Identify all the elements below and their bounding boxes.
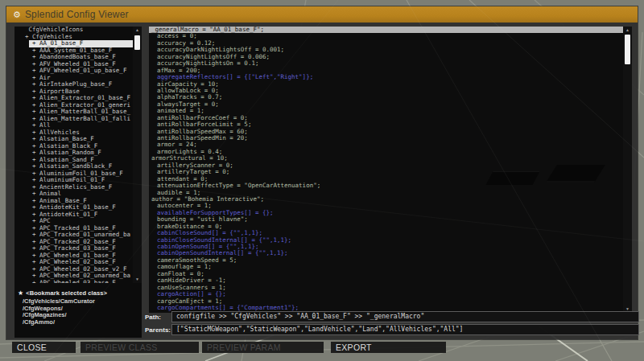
config-property-list: _generalMacro = "AA_01_base_F";access = … — [149, 27, 623, 313]
path-field[interactable]: configfile >> "CfgVehicles" >> "AA_01_ba… — [171, 311, 639, 322]
tree-item[interactable]: + Alsatian_Sandblack_F — [14, 163, 133, 170]
tree-item[interactable]: + APC_Tracked_02_base_F — [14, 239, 133, 246]
tree-item[interactable]: + APC_Wheeled_02_unarmed_ba — [14, 273, 133, 280]
config-line[interactable]: alwaysTarget = 0; — [149, 101, 623, 108]
class-browser-panel: CfgVehicleIcons+ CfgVehicles+ AA_01_base… — [14, 27, 142, 338]
tree-item[interactable]: + All — [14, 122, 133, 129]
star-icon: ★ — [18, 290, 23, 297]
code-scrollbar[interactable]: ▲ ▼ — [623, 27, 632, 313]
tree-item[interactable]: + APC_Wheeled_01_base_F — [14, 252, 133, 260]
tree-item[interactable]: + Alien_MatterBall_01_falli — [14, 116, 133, 123]
tree-item[interactable]: + AFV_Wheeled_01_up_base_F — [14, 68, 133, 75]
tree-item[interactable]: + APC — [14, 218, 133, 225]
gear-icon: ⚙ — [13, 10, 21, 19]
tree-item[interactable]: + Alien_MatterBall_01_base_ — [14, 109, 133, 116]
bookmark-section: ★ <Bookmark selected class> /CfgVehicles… — [14, 287, 142, 326]
tree-item[interactable]: + Air — [14, 75, 133, 82]
tree-item[interactable]: + Alsatian_Black_F — [14, 143, 133, 150]
code-scrollbar-thumb[interactable] — [625, 35, 630, 64]
tree-item[interactable]: + AluminiumFoil_01_base_F — [14, 170, 133, 178]
config-line[interactable]: antiRollbarSpeedMin = 20; — [149, 135, 623, 142]
tree-item[interactable]: + APC_Tracked_01_base_F — [14, 225, 133, 232]
config-viewer-window: ⚙ Splendid Config Viewer CfgVehicleIcons… — [6, 6, 638, 339]
tree-item[interactable]: + Alien_Extractor_01_base_F — [14, 95, 133, 102]
tree-item[interactable]: + AntidoteKit_01_F — [14, 211, 133, 219]
export-button[interactable]: EXPORT — [331, 342, 446, 353]
path-label: Path: — [145, 314, 161, 321]
tree-item[interactable]: + AFV_Wheeled_01_base_F — [14, 61, 133, 68]
scroll-down-icon[interactable]: ▼ — [133, 276, 142, 283]
config-line[interactable]: cameraSmoothSpeed = 5; — [149, 257, 623, 264]
tree-item[interactable]: + AluminiumFoil_01_F — [14, 177, 133, 184]
class-tree: CfgVehicleIcons+ CfgVehicles+ AA_01_base… — [14, 27, 133, 283]
config-line[interactable]: attenuationEffectType = "OpenCarAttenuat… — [149, 183, 623, 189]
window-title: Splendid Config Viewer — [25, 9, 129, 20]
tree-item-selected[interactable]: + AA_01_base_F — [14, 40, 133, 47]
tree-item[interactable]: + APC_Tracked_01_unarmed_ba — [14, 232, 133, 239]
tree-item[interactable]: + Animal — [14, 191, 133, 198]
config-line[interactable]: camouflage = 1; — [149, 264, 623, 270]
tree-scrollbar[interactable]: ▲ ▼ — [133, 27, 142, 283]
parents-field[interactable]: ["StaticMGWeapon","StaticWeapon","LandVe… — [171, 324, 639, 335]
scroll-up-icon[interactable]: ▲ — [133, 27, 142, 34]
tree-item[interactable]: + APC_Wheeled_02_base_F — [14, 259, 133, 266]
window-titlebar[interactable]: ⚙ Splendid Config Viewer — [6, 6, 638, 23]
tree-scrollbar-thumb[interactable] — [134, 35, 140, 50]
tree-item[interactable]: + APC_Wheeled_03_base_F — [14, 280, 133, 284]
config-line[interactable]: aggregateReflectors[] = {["Left","Right"… — [149, 74, 623, 80]
tree-item[interactable]: + AirportBase — [14, 88, 133, 96]
config-line[interactable]: artilleryTarget = 0; — [149, 169, 623, 175]
preview-param-button[interactable]: PREVIEW PARAM — [202, 342, 324, 353]
tree-item[interactable]: + AncientRelics_base_F — [14, 184, 133, 191]
close-button[interactable]: CLOSE — [12, 342, 76, 353]
tree-item[interactable]: + Alien_Extractor_01_generi — [14, 102, 133, 109]
tree-item[interactable]: + APC_Tracked_03_base_F — [14, 245, 133, 252]
tree-item[interactable]: + APC_Wheeled_02_base_v2_F — [14, 266, 133, 273]
tree-item[interactable]: + AirIntakePlug_base_F — [14, 81, 133, 88]
config-line[interactable]: author = "Bohemia Interactive"; — [149, 196, 623, 203]
config-line-selected[interactable]: _generalMacro = "AA_01_base_F"; — [149, 27, 623, 33]
config-line[interactable]: airCapacity = 10; — [149, 81, 623, 88]
bookmark-path[interactable]: /CfgWeapons/ — [14, 306, 142, 313]
bookmark-path[interactable]: /CfgAmmo/ — [14, 319, 142, 326]
config-line[interactable]: alphaTracks = 0.7; — [149, 94, 623, 101]
bookmark-selected-class[interactable]: ★ <Bookmark selected class> — [18, 289, 142, 297]
bookmark-path[interactable]: /CfgVehicles/CamCurator — [14, 298, 142, 306]
tree-item[interactable]: + Animal_Base_F — [14, 198, 133, 205]
config-code-panel: _generalMacro = "AA_01_base_F";access = … — [149, 27, 632, 313]
bookmark-label: <Bookmark selected class> — [26, 289, 107, 297]
tree-item[interactable]: CfgVehicleIcons — [14, 27, 133, 34]
tree-item[interactable]: + Alsatian_Random_F — [14, 150, 133, 157]
tree-item[interactable]: + AllVehicles — [14, 129, 133, 137]
config-line[interactable]: access = 0; — [149, 33, 623, 39]
preview-class-button[interactable]: PREVIEW CLASS — [80, 342, 199, 353]
tree-item[interactable]: + Alsatian_Base_F — [14, 136, 133, 143]
tree-item[interactable]: + AAA_System_01_base_F — [14, 47, 133, 55]
scroll-up-icon[interactable]: ▲ — [623, 27, 632, 34]
parents-label: Parents: — [145, 326, 171, 334]
bookmark-list: /CfgVehicles/CamCurator/CfgWeapons//CfgM… — [14, 298, 142, 326]
tree-item[interactable]: + Alsatian_Sand_F — [14, 157, 133, 164]
config-line[interactable]: accuracyNightLightsOn = 0.1; — [149, 60, 623, 67]
tree-item[interactable]: + CfgVehicles — [14, 34, 133, 41]
tree-item[interactable]: + AbandonedBoats_base_F — [14, 54, 133, 61]
bookmark-path[interactable]: /CfgMagazines/ — [14, 312, 142, 319]
tree-item[interactable]: + AntidoteKit_01_base_F — [14, 204, 133, 211]
